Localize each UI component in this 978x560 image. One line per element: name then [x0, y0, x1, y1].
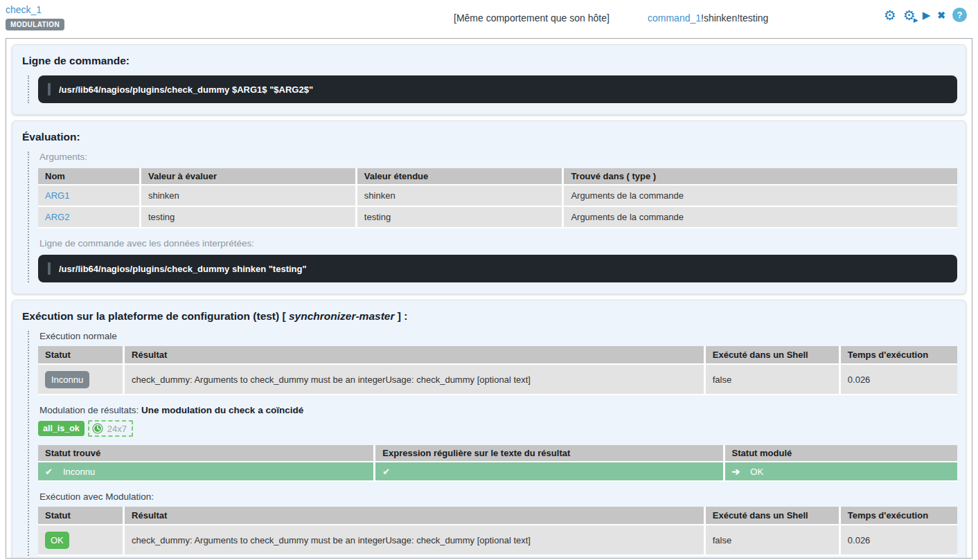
found-status-text: Inconnu — [63, 467, 95, 477]
modulation-label: Modulation de résultats: — [39, 405, 139, 415]
modulated-status-cell: ➔OK — [723, 462, 957, 482]
execution-title-prefix: Exécution sur la plateforme de configura… — [22, 310, 289, 322]
arguments-table: Nom Valeur à évaluer Valeur étendue Trou… — [38, 168, 957, 228]
modulation-header-row: Statut trouvé Expression régulière sur l… — [38, 445, 957, 462]
close-icon[interactable]: ✖ — [937, 10, 945, 20]
command-line-text: /usr/lib64/nagios/plugins/check_dummy $A… — [59, 84, 313, 95]
table-row: ✔Inconnu ✔ ➔OK — [38, 462, 957, 482]
modulated-status-text: OK — [750, 467, 763, 477]
modulation-result-line: Modulation de résultats: Une modulation … — [39, 405, 956, 415]
timeperiod-chip: 24x7 — [88, 420, 133, 437]
col-shell: Exécuté dans un Shell — [704, 507, 839, 525]
col-resultat: Résultat — [123, 507, 704, 525]
execution-content: Exécution normale Statut Résultat Exécut… — [28, 331, 957, 556]
arg-value-cell: testing — [139, 207, 355, 228]
main-container: Ligne de commande: /usr/lib64/nagios/plu… — [6, 38, 972, 559]
command-line-title: Ligne de commande: — [22, 55, 956, 67]
result-cell: check_dummy: Arguments to check_dummy mu… — [123, 365, 704, 395]
time-cell: 0.026 — [839, 365, 957, 395]
interpreted-command-text: /usr/lib64/nagios/plugins/check_dummy sh… — [59, 264, 307, 274]
normal-execution-table: Statut Résultat Exécuté dans un Shell Te… — [38, 346, 957, 395]
command-args-text: !shinken!testing — [701, 12, 768, 24]
arg-foundin-cell: Arguments de la commande — [562, 186, 957, 207]
arrow-right-icon: ➔ — [732, 466, 740, 477]
col-statut-trouve: Statut trouvé — [38, 445, 373, 462]
status-badge: OK — [45, 532, 69, 549]
found-status-cell: ✔Inconnu — [38, 462, 373, 482]
table-row: ARG2 testing testing Arguments de la com… — [38, 207, 957, 228]
execution-title: Exécution sur la plateforme de configura… — [22, 310, 956, 323]
code-caret-bar — [48, 83, 51, 96]
evaluation-title: Évaluation: — [22, 131, 956, 143]
arguments-label: Arguments: — [39, 152, 956, 162]
command-line-panel: Ligne de commande: /usr/lib64/nagios/plu… — [12, 44, 966, 115]
col-resultat: Résultat — [123, 346, 704, 365]
shell-cell: false — [704, 525, 839, 556]
col-statut-module: Statut modulé — [723, 445, 957, 462]
check-name-link[interactable]: check_1 — [6, 4, 64, 15]
arg-extended-cell: testing — [355, 207, 562, 228]
refresh-gear-icon[interactable]: ⚙▶ — [903, 8, 916, 22]
status-cell: Inconnu — [38, 365, 123, 395]
check-icon: ✔ — [45, 467, 53, 477]
col-temps: Temps d'exécution — [839, 346, 957, 365]
mini-arrow-icon: ▶ — [914, 17, 918, 24]
run-check-icon[interactable]: ▶ — [923, 10, 931, 20]
col-nom: Nom — [38, 168, 139, 186]
shell-cell: false — [704, 365, 839, 395]
check-identity: check_1 MODULATION — [6, 4, 64, 30]
modulation-name-badge: all_is_ok — [38, 421, 85, 436]
check-icon: ✔ — [382, 467, 390, 477]
status-cell: OK — [38, 525, 123, 556]
command-line-content: /usr/lib64/nagios/plugins/check_dummy $A… — [28, 75, 957, 103]
col-statut: Statut — [38, 507, 123, 525]
timeperiod-text: 24x7 — [107, 424, 127, 434]
col-valeur-a-evaluer: Valeur à évaluer — [139, 168, 355, 186]
arg2-link[interactable]: ARG2 — [45, 212, 69, 222]
modulation-badges: all_is_ok 24x7 — [38, 420, 957, 437]
command-link[interactable]: command_1 — [648, 12, 701, 24]
result-cell: check_dummy: Arguments to check_dummy mu… — [123, 525, 704, 556]
modulation-result-text: Une modulation du check a coïncidé — [141, 405, 303, 415]
modulation-table: Statut trouvé Expression régulière sur l… — [38, 445, 957, 482]
header-actions: ⚙ ⚙▶ ▶ ✖ ? — [884, 8, 967, 22]
help-icon[interactable]: ? — [952, 8, 967, 22]
arg-foundin-cell: Arguments de la commande — [562, 207, 957, 228]
command-reference: command_1!shinken!testing — [648, 12, 768, 24]
with-modulation-label: Exécution avec Modulation: — [39, 491, 956, 502]
table-row: Inconnu check_dummy: Arguments to check_… — [38, 365, 957, 395]
col-regex: Expression régulière sur le texte du rés… — [373, 445, 722, 462]
col-statut: Statut — [38, 346, 123, 365]
arg-name-cell: ARG1 — [38, 186, 139, 207]
top-header: check_1 MODULATION [Même comportement qu… — [0, 0, 978, 38]
time-cell: 0.026 — [839, 525, 957, 556]
col-trouve-dans: Trouvé dans ( type ) — [562, 168, 957, 186]
table-row: ARG1 shinken shinken Arguments de la com… — [38, 186, 957, 207]
settings-gear-icon[interactable]: ⚙ — [884, 8, 896, 22]
clock-icon — [92, 423, 103, 434]
arguments-header-row: Nom Valeur à évaluer Valeur étendue Trou… — [38, 168, 957, 186]
table-row: OK check_dummy: Arguments to check_dummy… — [38, 525, 957, 556]
execution-panel: Exécution sur la plateforme de configura… — [12, 300, 966, 559]
modulated-execution-table: Statut Résultat Exécuté dans un Shell Te… — [38, 507, 957, 556]
execution-header-row: Statut Résultat Exécuté dans un Shell Te… — [38, 346, 957, 365]
platform-name: synchronizer-master — [289, 310, 394, 322]
interpreted-command-box: /usr/lib64/nagios/plugins/check_dummy sh… — [38, 255, 957, 282]
arg1-link[interactable]: ARG1 — [45, 190, 69, 201]
modulation-badge: MODULATION — [6, 19, 64, 30]
evaluation-content: Arguments: Nom Valeur à évaluer Valeur é… — [28, 152, 957, 282]
normal-execution-label: Exécution normale — [39, 331, 956, 341]
col-valeur-etendue: Valeur étendue — [355, 168, 562, 186]
col-shell: Exécuté dans un Shell — [704, 346, 839, 365]
host-behavior-note: [Même comportement que son hôte] — [454, 12, 610, 24]
interpreted-command-label: Ligne de commande avec les données inter… — [39, 238, 956, 249]
status-badge: Inconnu — [45, 371, 89, 388]
execution-title-suffix: ] : — [394, 310, 407, 322]
code-caret-bar — [48, 262, 51, 275]
arg-extended-cell: shinken — [355, 186, 562, 207]
evaluation-panel: Évaluation: Arguments: Nom Valeur à éval… — [12, 120, 966, 294]
arg-value-cell: shinken — [139, 186, 355, 207]
col-temps: Temps d'exécution — [839, 507, 957, 525]
command-line-box: /usr/lib64/nagios/plugins/check_dummy $A… — [38, 75, 957, 103]
regex-match-cell: ✔ — [373, 462, 722, 482]
